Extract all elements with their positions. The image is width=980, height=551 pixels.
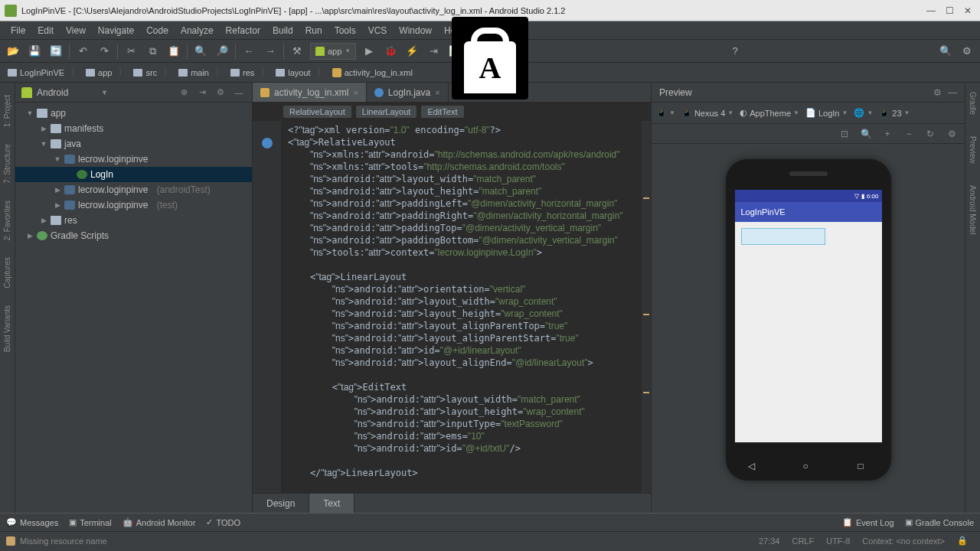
tool-gradle[interactable]: Gradle: [969, 89, 977, 118]
bc-edittext[interactable]: EditText: [421, 106, 463, 118]
tree-res[interactable]: ▶res: [15, 213, 252, 228]
tool-captures[interactable]: Captures: [3, 253, 11, 293]
tree-pkg3[interactable]: ▶lecrow.loginpinve (test): [15, 197, 252, 213]
cut-icon[interactable]: ✂: [122, 43, 139, 60]
theme-dropdown[interactable]: ◐AppTheme▼: [740, 108, 799, 118]
help-icon[interactable]: ?: [727, 43, 743, 60]
tree-java[interactable]: ▼java: [15, 136, 252, 152]
crumb-layout[interactable]: layout: [273, 68, 313, 77]
file-encoding[interactable]: UTF-8: [820, 536, 856, 546]
context-info[interactable]: Context: <no context>: [856, 536, 951, 546]
android-monitor-tool[interactable]: 🤖 Android Monitor: [122, 517, 196, 527]
bc-linearlayout[interactable]: LinearLayout: [356, 106, 417, 118]
tree-login-class[interactable]: LogIn: [15, 167, 252, 182]
collapse-all-icon[interactable]: ⇥: [195, 86, 209, 99]
menu-code[interactable]: Code: [140, 25, 175, 36]
tool-android-model[interactable]: Android Model: [969, 182, 977, 237]
tool-project[interactable]: 1: Project: [3, 90, 11, 132]
gear-icon[interactable]: ⚙: [214, 86, 227, 99]
undo-icon[interactable]: ↶: [74, 43, 91, 60]
lock-icon[interactable]: 🔒: [951, 536, 974, 546]
tree-app[interactable]: ▼app: [15, 106, 252, 121]
save-icon[interactable]: 💾: [26, 43, 43, 60]
crumb-app[interactable]: app: [83, 68, 115, 77]
menu-vcs[interactable]: VCS: [362, 25, 394, 36]
tree-pkg2[interactable]: ▶lecrow.loginpinve (androidTest): [15, 182, 252, 197]
scroll-from-source-icon[interactable]: ⊕: [177, 86, 191, 99]
menu-file[interactable]: File: [5, 25, 31, 36]
activity-dropdown[interactable]: 📄LogIn▼: [805, 108, 848, 118]
tree-pkg1[interactable]: ▼lecrow.loginpinve: [15, 152, 252, 167]
hide-icon[interactable]: —: [948, 87, 957, 98]
tool-preview[interactable]: Preview: [969, 133, 977, 167]
code-editor[interactable]: <?"tag">xml version="1.0" encoding="utf-…: [253, 121, 651, 493]
locale-dropdown[interactable]: 🌐▼: [854, 108, 873, 118]
tool-structure[interactable]: 7: Structure: [3, 139, 11, 188]
tool-favorites[interactable]: 2: Favorites: [3, 196, 11, 245]
tree-manifests[interactable]: ▶manifests: [15, 121, 252, 136]
refresh-icon[interactable]: ↻: [923, 127, 937, 141]
debug-icon[interactable]: 🐞: [382, 43, 399, 60]
code-content[interactable]: <?"tag">xml version="1.0" encoding="utf-…: [282, 121, 642, 493]
close-button[interactable]: ✕: [960, 5, 975, 17]
device-dropdown[interactable]: 📱Nexus 4▼: [681, 108, 733, 118]
messages-tool[interactable]: 💬 Messages: [6, 517, 58, 527]
close-tab-icon[interactable]: ×: [353, 88, 358, 97]
run-icon[interactable]: ▶: [361, 43, 377, 60]
line-separator[interactable]: CRLF: [786, 536, 820, 546]
tool-build-variants[interactable]: Build Variants: [3, 301, 11, 357]
apply-changes-icon[interactable]: ⚡: [403, 43, 420, 60]
back-icon[interactable]: ←: [240, 43, 257, 60]
caret-position[interactable]: 27:34: [753, 536, 786, 546]
copy-icon[interactable]: ⧉: [144, 43, 161, 60]
menu-window[interactable]: Window: [393, 25, 438, 36]
warning-icon[interactable]: [6, 536, 15, 546]
crumb-src[interactable]: src: [130, 68, 160, 77]
tree-gradle[interactable]: ▶Gradle Scripts: [15, 228, 252, 243]
tab-login-java[interactable]: LogIn.java×: [367, 83, 449, 102]
settings-icon[interactable]: ⚙: [945, 127, 959, 141]
search-everywhere-icon[interactable]: 🔍: [937, 43, 954, 60]
menu-refactor[interactable]: Refactor: [220, 25, 266, 36]
run-config-dropdown[interactable]: app ▼: [310, 43, 356, 60]
zoom-fit-icon[interactable]: ⊡: [838, 127, 851, 141]
find-icon[interactable]: 🔍: [192, 43, 209, 60]
gear-icon[interactable]: ⚙: [933, 87, 942, 98]
crumb-main[interactable]: main: [175, 68, 212, 77]
minimize-button[interactable]: —: [923, 5, 939, 17]
terminal-tool[interactable]: ▣ Terminal: [69, 517, 112, 527]
orientation-dropdown[interactable]: 📱▼: [656, 108, 675, 118]
todo-tool[interactable]: ✓ TODO: [206, 517, 240, 527]
zoom-actual-icon[interactable]: 🔍: [859, 127, 873, 141]
event-log-tool[interactable]: 📋 Event Log: [842, 517, 894, 527]
menu-tools[interactable]: Tools: [328, 25, 362, 36]
crumb-file[interactable]: activity_log_in.xml: [329, 68, 416, 77]
zoom-in-icon[interactable]: +: [880, 127, 894, 141]
text-tab[interactable]: Text: [309, 494, 354, 513]
open-icon[interactable]: 📂: [5, 43, 21, 60]
menu-navigate[interactable]: Navigate: [92, 25, 140, 36]
close-tab-icon[interactable]: ×: [435, 88, 439, 97]
maximize-button[interactable]: ☐: [942, 5, 957, 17]
design-tab[interactable]: Design: [253, 494, 309, 513]
hide-icon[interactable]: —: [232, 86, 246, 99]
bc-relativelayout[interactable]: RelativeLayout: [283, 106, 351, 118]
menu-build[interactable]: Build: [266, 25, 299, 36]
menu-run[interactable]: Run: [299, 25, 328, 36]
redo-icon[interactable]: ↷: [96, 43, 113, 60]
tab-activity-log-in-xml[interactable]: activity_log_in.xml×: [253, 83, 367, 102]
project-tree[interactable]: ▼app ▶manifests ▼java ▼lecrow.loginpinve…: [15, 103, 252, 513]
settings-gear-icon[interactable]: ⚙: [959, 43, 975, 60]
forward-icon[interactable]: →: [262, 43, 279, 60]
sync-icon[interactable]: 🔄: [47, 43, 64, 60]
project-view-dropdown[interactable]: Android: [37, 87, 96, 98]
menu-edit[interactable]: Edit: [31, 25, 60, 36]
crumb-project[interactable]: LogInPinVE: [5, 68, 67, 77]
make-icon[interactable]: ⚒: [289, 43, 305, 60]
gutter-icon[interactable]: [262, 138, 273, 148]
gradle-console-tool[interactable]: ▣ Gradle Console: [905, 517, 974, 527]
menu-view[interactable]: View: [60, 25, 92, 36]
api-dropdown[interactable]: 📱23▼: [879, 108, 910, 118]
zoom-out-icon[interactable]: −: [902, 127, 916, 141]
replace-icon[interactable]: 🔎: [214, 43, 230, 60]
